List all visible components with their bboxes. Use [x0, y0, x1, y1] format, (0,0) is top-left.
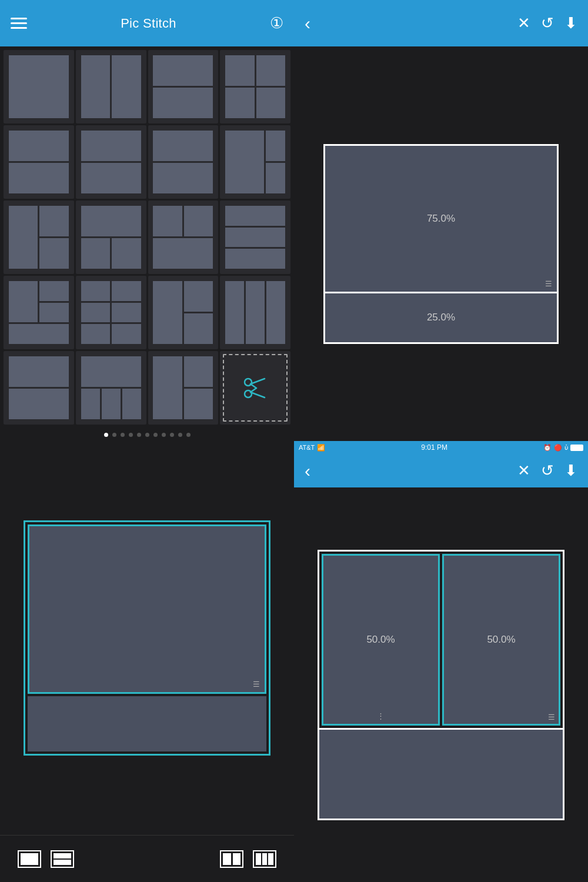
layout-18[interactable]	[76, 351, 146, 425]
wifi-icon: 📶	[317, 444, 325, 452]
layout-9[interactable]	[4, 201, 74, 274]
layout-8[interactable]	[220, 125, 290, 199]
layout-6[interactable]	[76, 125, 146, 199]
carrier-text: AT&T	[299, 444, 315, 451]
panel-canvas-editor-bottom-right: AT&T 📶 9:01 PM ⏰ 🔴 ὐ‌︎ ‹ ✕ ↺ ⬇ 50.0% ⋮	[294, 441, 588, 882]
layout-2row-button[interactable]	[51, 850, 74, 868]
canvas-frame: 75.0% ☰ 25.0%	[323, 144, 559, 344]
canvas-pane-left[interactable]: 50.0% ⋮	[322, 554, 440, 726]
pane-bottom-label: 25.0%	[427, 312, 455, 323]
top-bar: Pic Stitch ①	[0, 0, 294, 46]
canvas-pane-right[interactable]: 50.0% ☰	[442, 554, 560, 726]
canvas-area-br: 50.0% ⋮ 50.0% ☰	[294, 487, 588, 882]
app-title: Pic Stitch	[121, 16, 176, 31]
pane-resize-handle-bl[interactable]: ☰	[253, 680, 260, 689]
top-toolbar-br: ‹ ✕ ↺ ⬇	[294, 454, 588, 487]
pane-left-label: 50.0%	[366, 634, 395, 646]
dot-6[interactable]	[145, 433, 149, 437]
pane-right-label: 50.0%	[487, 634, 515, 646]
layout-custom-scissors[interactable]	[220, 351, 290, 425]
dot-4[interactable]	[129, 433, 133, 437]
layout-10[interactable]	[76, 201, 146, 274]
download-button[interactable]: ⬇	[564, 14, 577, 32]
hamburger-menu-button[interactable]	[11, 18, 27, 29]
layout-11[interactable]	[148, 201, 219, 274]
canvas-frame-selected: ☰	[24, 520, 270, 756]
canvas-pane-selected-bottom[interactable]	[28, 696, 266, 751]
battery-indicator	[570, 445, 583, 451]
undo-button-br[interactable]: ↺	[541, 462, 554, 480]
panel-layout-picker: Pic Stitch ①	[0, 0, 294, 441]
undo-button[interactable]: ↺	[541, 14, 554, 32]
status-bar: AT&T 📶 9:01 PM ⏰ 🔴 ὐ‌︎	[294, 441, 588, 454]
dot-3[interactable]	[121, 433, 125, 437]
bottom-toolbar	[0, 835, 294, 882]
col-divider-handle[interactable]: ⋮	[377, 711, 385, 720]
layout-15[interactable]	[148, 276, 219, 349]
bottom-right-icons	[220, 850, 276, 868]
canvas-pane-bottom-br[interactable]	[319, 730, 563, 818]
canvas-area: 75.0% ☰ 25.0%	[294, 46, 588, 441]
layout-1row-button[interactable]	[18, 850, 41, 868]
panel-canvas-editor-top: ‹ ✕ ↺ ⬇ 75.0% ☰ 25.0%	[294, 0, 588, 441]
dot-7[interactable]	[153, 433, 158, 437]
canvas-frame-br: 50.0% ⋮ 50.0% ☰	[318, 550, 564, 820]
dot-10[interactable]	[178, 433, 182, 437]
layout-14[interactable]	[76, 276, 146, 349]
toolbar-right: ✕ ↺ ⬇	[517, 14, 577, 32]
battery-icon: ὐ‌︎	[564, 444, 568, 452]
toolbar-left: ‹	[305, 14, 310, 34]
dot-8[interactable]	[162, 433, 166, 437]
pane-resize-handle-top[interactable]: ☰	[545, 279, 552, 288]
layout-16[interactable]	[220, 276, 290, 349]
alarm-icon: ⏰	[543, 444, 552, 452]
layout-2col-button[interactable]	[220, 850, 243, 868]
bottom-left-icons	[18, 850, 74, 868]
status-bar-right: ⏰ 🔴 ὐ‌︎	[543, 444, 583, 452]
layout-3col-button[interactable]	[253, 850, 276, 868]
layout-3[interactable]	[148, 50, 219, 123]
layout-2[interactable]	[76, 50, 146, 123]
layout-5[interactable]	[4, 125, 74, 199]
canvas-pane-selected-top[interactable]: ☰	[28, 524, 266, 694]
layout-4[interactable]	[220, 50, 290, 123]
canvas-pane-top[interactable]: 75.0% ☰	[325, 146, 557, 292]
dot-2[interactable]	[112, 433, 116, 437]
canvas-area-bl: ☰	[0, 441, 294, 835]
layout-1[interactable]	[4, 50, 74, 123]
layout-grid	[0, 46, 294, 428]
info-button[interactable]: ①	[270, 14, 283, 32]
layout-19[interactable]	[148, 351, 219, 425]
canvas-top-row: 50.0% ⋮ 50.0% ☰	[319, 552, 563, 730]
status-bar-left: AT&T 📶	[299, 444, 325, 452]
dashed-border	[223, 354, 288, 422]
close-button-br[interactable]: ✕	[517, 462, 530, 480]
close-button[interactable]: ✕	[517, 14, 530, 32]
status-time: 9:01 PM	[421, 443, 447, 452]
top-toolbar-right: ‹ ✕ ↺ ⬇	[294, 0, 588, 46]
toolbar-left-br: ‹	[305, 461, 310, 481]
download-button-br[interactable]: ⬇	[564, 462, 577, 480]
dot-9[interactable]	[170, 433, 174, 437]
layout-12[interactable]	[220, 201, 290, 274]
dot-5[interactable]	[137, 433, 141, 437]
layout-17[interactable]	[4, 351, 74, 425]
layout-7[interactable]	[148, 125, 219, 199]
dot-1[interactable]	[104, 433, 108, 437]
row-divider-handle[interactable]: ☰	[548, 713, 555, 721]
layout-13[interactable]	[4, 276, 74, 349]
panel-canvas-editor-bottom-left: ☰	[0, 441, 294, 882]
page-indicators	[0, 428, 294, 441]
dot-11[interactable]	[186, 433, 191, 437]
toolbar-right-br: ✕ ↺ ⬇	[517, 462, 577, 480]
pane-top-label: 75.0%	[427, 213, 455, 225]
bluetooth-icon: 🔴	[554, 444, 562, 452]
back-button-br[interactable]: ‹	[305, 461, 310, 480]
canvas-pane-bottom[interactable]: 25.0%	[325, 292, 557, 342]
back-button[interactable]: ‹	[305, 14, 310, 34]
